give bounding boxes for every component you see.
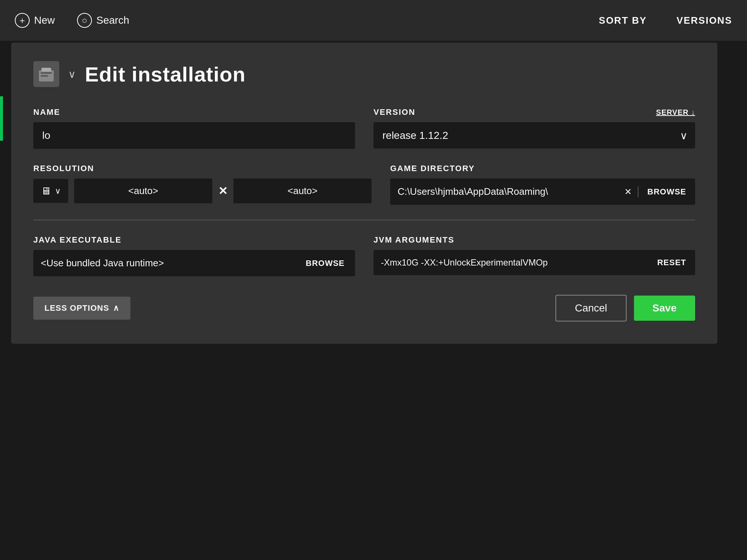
icon-dropdown[interactable]: ∨ (68, 68, 76, 80)
monitor-icon: 🖥 (41, 185, 51, 197)
top-bar: ＋ New ○ Search SORT BY VERSIONS (0, 0, 747, 41)
reset-jvm-button[interactable]: RESET (648, 258, 695, 267)
game-directory-value: C:\Users\hjmba\AppData\Roaming\ (398, 179, 618, 205)
name-input[interactable] (33, 122, 355, 149)
version-select[interactable]: release 1.12.2 (374, 122, 695, 149)
resolution-label: RESOLUTION (33, 164, 372, 173)
clear-directory-button[interactable]: ✕ (618, 187, 638, 197)
jvm-args-value: -Xmx10G -XX:+UnlockExperimentalVMOp (381, 250, 648, 275)
search-button[interactable]: ○ Search (77, 13, 129, 28)
game-directory-field: C:\Users\hjmba\AppData\Roaming\ ✕ BROWSE (390, 179, 695, 205)
new-button[interactable]: ＋ New (15, 13, 55, 28)
save-button[interactable]: Save (634, 296, 695, 321)
jvm-args-label: JVM ARGUMENTS (374, 235, 695, 245)
left-accent-bar (0, 96, 3, 141)
version-header: VERSION SERVER ↓ (374, 107, 695, 117)
game-directory-group: GAME DIRECTORY C:\Users\hjmba\AppData\Ro… (390, 164, 695, 205)
java-browse-button[interactable]: BROWSE (295, 259, 355, 268)
jvm-args-group: JVM ARGUMENTS -Xmx10G -XX:+UnlockExperim… (374, 235, 695, 276)
installation-icon (33, 61, 59, 87)
version-select-wrapper: release 1.12.2 ∨ (374, 122, 695, 149)
game-directory-label: GAME DIRECTORY (390, 164, 695, 173)
java-exec-group: JAVA EXECUTABLE <Use bundled Java runtim… (33, 235, 355, 276)
resolution-height-input[interactable] (233, 179, 372, 203)
resolution-directory-row: RESOLUTION 🖥 ∨ ✕ GAME DIRECTORY C:\Users… (33, 164, 695, 205)
section-divider (33, 220, 695, 220)
x-separator: ✕ (218, 184, 228, 197)
cancel-button[interactable]: Cancel (555, 295, 626, 321)
less-options-label: LESS OPTIONS (44, 303, 109, 313)
dialog-title: Edit installation (85, 62, 246, 86)
java-jvm-row: JAVA EXECUTABLE <Use bundled Java runtim… (33, 235, 695, 276)
monitor-chevron-icon: ∨ (55, 186, 61, 196)
jvm-args-field: -Xmx10G -XX:+UnlockExperimentalVMOp RESE… (374, 250, 695, 275)
dialog-footer: LESS OPTIONS ∧ Cancel Save (33, 295, 695, 321)
footer-actions: Cancel Save (555, 295, 695, 321)
monitor-selector[interactable]: 🖥 ∨ (33, 179, 68, 203)
less-options-button[interactable]: LESS OPTIONS ∧ (33, 297, 130, 320)
resolution-width-input[interactable] (74, 179, 212, 203)
svg-rect-2 (41, 72, 52, 74)
search-label: Search (96, 14, 129, 26)
name-version-row: NAME VERSION SERVER ↓ release 1.12.2 ∨ (33, 107, 695, 149)
server-link[interactable]: SERVER ↓ (656, 108, 695, 117)
dialog-header: ∨ Edit installation (33, 61, 695, 87)
java-exec-label: JAVA EXECUTABLE (33, 235, 355, 245)
search-icon: ○ (77, 13, 92, 28)
sort-by-label: SORT BY (599, 15, 647, 26)
resolution-group: RESOLUTION 🖥 ∨ ✕ (33, 164, 372, 205)
version-label: VERSION (374, 107, 415, 117)
name-label: NAME (33, 107, 355, 117)
edit-installation-dialog: ∨ Edit installation NAME VERSION SERVER … (11, 43, 717, 344)
java-exec-value: <Use bundled Java runtime> (41, 250, 295, 276)
sort-by-section: SORT BY VERSIONS (599, 15, 732, 26)
less-options-chevron-icon: ∧ (113, 303, 119, 313)
java-exec-field: <Use bundled Java runtime> BROWSE (33, 250, 355, 276)
svg-rect-3 (41, 75, 48, 77)
svg-rect-1 (42, 68, 51, 71)
version-group: VERSION SERVER ↓ release 1.12.2 ∨ (374, 107, 695, 149)
versions-label: VERSIONS (677, 15, 732, 26)
resolution-row: 🖥 ∨ ✕ (33, 179, 372, 203)
name-group: NAME (33, 107, 355, 149)
new-icon: ＋ (15, 13, 30, 28)
new-label: New (34, 14, 55, 26)
browse-directory-button[interactable]: BROWSE (638, 187, 695, 197)
